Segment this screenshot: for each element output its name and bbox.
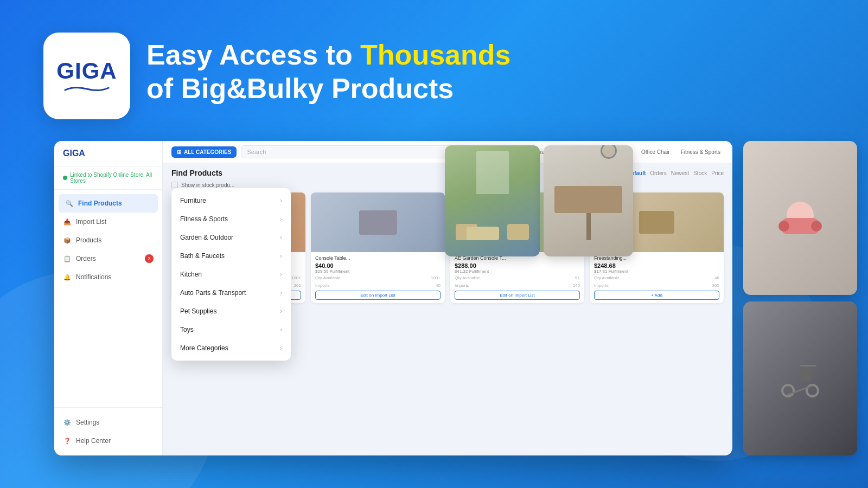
product-imports-val-1: 40 [436, 283, 441, 288]
cat-pill-office-chair[interactable]: Office Chair [638, 147, 673, 157]
all-categories-icon: ⊞ [177, 149, 181, 155]
show-stock-label: Show in stock produ... [181, 182, 234, 188]
sidebar-item-settings[interactable]: ⚙️ Settings [54, 413, 162, 432]
headline-part1: Easy Access to [146, 39, 360, 70]
product-btn-2[interactable]: Edit on Import List [455, 291, 580, 300]
logo-box: GIGA [43, 33, 130, 119]
import-list-icon: 📥 [63, 217, 72, 226]
dropdown-item-toys[interactable]: Toys › [171, 320, 291, 339]
dropdown-label-furniture: Furniture [180, 197, 206, 204]
product-info-2: AE Garden Console T... $288.00 $41.32 Fu… [450, 252, 584, 303]
product-imports-val-3: 305 [712, 283, 719, 288]
chevron-auto: › [280, 289, 282, 297]
product-qty-3: 48 [714, 275, 719, 280]
sidebar-item-notifications[interactable]: 🔔 Notifications [54, 268, 162, 286]
all-categories-button[interactable]: ⊞ ALL CATEGORIES [171, 146, 237, 158]
shopify-status: Linked to Shopify Online Store: All Stor… [54, 166, 162, 190]
side-photo-baby [743, 141, 857, 295]
dropdown-item-kitchen[interactable]: Kitchen › [171, 265, 291, 284]
dropdown-label-kitchen: Kitchen [180, 271, 202, 278]
chevron-bath: › [280, 252, 282, 260]
cat-pill-fitness[interactable]: Fitness & Sports [678, 147, 724, 157]
sidebar-item-import-list[interactable]: 📥 Import List [54, 213, 162, 231]
product-imports-val-0: 201 [294, 283, 301, 288]
dropdown-label-pet: Pet Supplies [180, 307, 216, 315]
product-imports-label-2: Imports [455, 283, 469, 288]
sidebar-label-import-list: Import List [76, 218, 106, 226]
product-imports-val-2: 146 [573, 283, 580, 288]
dropdown-label-toys: Toys [180, 326, 194, 333]
sidebar-item-help[interactable]: ❓ Help Center [54, 432, 162, 450]
notifications-icon: 🔔 [63, 273, 72, 281]
product-imports-1: Imports 40 [315, 283, 441, 288]
chevron-garden: › [280, 234, 282, 241]
product-imports-label-1: Imports [315, 283, 330, 288]
sidebar-label-settings: Settings [76, 419, 99, 426]
dropdown-label-bath: Bath & Faucets [180, 252, 225, 260]
sort-newest[interactable]: Newest [671, 170, 689, 176]
product-price-2: $288.00 [455, 262, 580, 269]
dropdown-item-bath[interactable]: Bath & Faucets › [171, 247, 291, 265]
chevron-pet: › [280, 307, 282, 315]
dropdown-item-pet[interactable]: Pet Supplies › [171, 302, 291, 320]
sort-stock[interactable]: Stock [693, 170, 707, 176]
product-qty-2: 51 [575, 275, 580, 280]
product-imports-2: Imports 146 [455, 283, 580, 288]
logo-text: GIGA [56, 60, 117, 82]
product-price-1: $40.00 [315, 262, 441, 269]
dropdown-item-furniture[interactable]: Furniture › [171, 191, 291, 210]
product-info-3: Freestanding... $248.68 $17.81 Fulfillme… [590, 252, 724, 303]
show-stock-checkbox[interactable] [171, 182, 178, 188]
sidebar-item-find-products[interactable]: 🔍 Find Products [59, 194, 158, 213]
dropdown-label-fitness: Fitness & Sports [180, 215, 228, 223]
sidebar-logo: GIGA [63, 149, 85, 158]
status-dot [63, 176, 67, 180]
sidebar-bottom: ⚙️ Settings ❓ Help Center [54, 407, 162, 455]
product-fulfillment-2: $41.32 Fulfillment [455, 269, 580, 274]
chevron-furniture: › [280, 197, 282, 204]
product-fulfillment-3: $17.81 Fulfillment [594, 269, 719, 274]
sidebar: GIGA Linked to Shopify Online Store: All… [54, 141, 163, 455]
chevron-toys: › [280, 326, 282, 333]
sidebar-label-notifications: Notifications [76, 273, 111, 281]
side-photos [743, 141, 857, 455]
sidebar-header: GIGA [54, 141, 162, 166]
sidebar-item-orders[interactable]: 📋 Orders 3 [54, 249, 162, 268]
product-stats-1: Qty Available 100+ [315, 275, 441, 280]
chevron-more: › [280, 344, 282, 352]
search-placeholder: Search [247, 149, 266, 155]
sidebar-label-help: Help Center [76, 437, 111, 445]
sort-price[interactable]: Price [711, 170, 724, 176]
hero-section: GIGA Easy Access to Thousands of Big&Bul… [43, 33, 510, 119]
shopify-status-text: Linked to Shopify Online Store: All Stor… [70, 172, 154, 184]
settings-icon: ⚙️ [63, 418, 72, 427]
product-btn-3[interactable]: + Add [594, 291, 719, 300]
product-price-3: $248.68 [594, 262, 719, 269]
products-icon: 📦 [63, 236, 72, 245]
product-qty-label-3: Qty Available [594, 275, 620, 280]
product-imports-label-3: Imports [594, 283, 609, 288]
side-photo-bike [743, 301, 857, 455]
find-products-title: Find Products [171, 169, 222, 177]
float-photo-outdoor [445, 145, 540, 256]
chevron-fitness: › [280, 215, 282, 223]
product-fulfillment-1: $29.56 Fulfillment [315, 269, 441, 274]
product-qty-label-1: Qty Available [315, 275, 341, 280]
dropdown-item-fitness[interactable]: Fitness & Sports › [171, 210, 291, 228]
sidebar-nav: 🔍 Find Products 📥 Import List 📦 Products… [54, 190, 162, 407]
sidebar-item-products[interactable]: 📦 Products [54, 231, 162, 249]
product-qty-1: 100+ [431, 275, 441, 280]
sort-orders[interactable]: Orders [650, 170, 667, 176]
headline-highlight: Thousands [360, 39, 510, 70]
headline: Easy Access to Thousands of Big&Bulky Pr… [146, 33, 510, 106]
product-stats-3: Qty Available 48 [594, 275, 719, 280]
product-info-1: Console Table... $40.00 $29.56 Fulfillme… [311, 252, 445, 303]
chevron-kitchen: › [280, 271, 282, 278]
sidebar-label-orders: Orders [76, 255, 96, 262]
product-btn-1[interactable]: Edit on Import List [315, 291, 441, 300]
dropdown-item-garden[interactable]: Garden & Outdoor › [171, 228, 291, 247]
dropdown-label-more: More Categories [180, 344, 228, 352]
dropdown-item-more[interactable]: More Categories › [171, 339, 291, 357]
product-name-1: Console Table... [315, 255, 441, 261]
dropdown-item-auto-parts[interactable]: Auto Parts & Transport › [171, 284, 291, 302]
